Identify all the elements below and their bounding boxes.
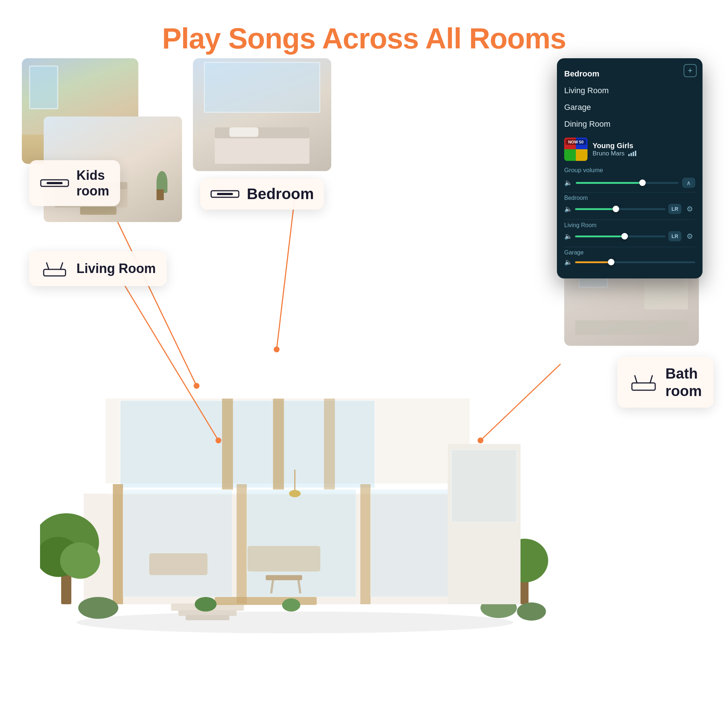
room-list-item-diningroom[interactable]: Dining Room bbox=[564, 116, 695, 133]
bathroom-label: Bathroom bbox=[665, 365, 702, 400]
bedroom-vol-icon: 🔈 bbox=[564, 205, 572, 213]
bedroom-vol-row: 🔈 LR ⚙ bbox=[564, 203, 695, 214]
living-room-label: Living Room bbox=[76, 261, 156, 276]
svg-rect-26 bbox=[360, 484, 370, 604]
garage-vol-row: 🔈 bbox=[564, 258, 695, 266]
room-list-item-livingroom[interactable]: Living Room bbox=[564, 82, 695, 99]
router-icon bbox=[40, 258, 69, 279]
garage-vol-track[interactable] bbox=[575, 262, 695, 263]
svg-rect-22 bbox=[273, 399, 284, 489]
svg-rect-10 bbox=[44, 269, 66, 276]
signal-bars bbox=[628, 151, 636, 156]
svg-point-50 bbox=[282, 598, 300, 612]
app-panel: + Bedroom Living Room Garage Dining Room bbox=[557, 58, 702, 278]
garage-vol-fill bbox=[575, 262, 611, 263]
divider-3 bbox=[564, 247, 695, 247]
divider-1 bbox=[564, 192, 695, 193]
svg-rect-52 bbox=[451, 450, 517, 522]
room-list-item-bedroom[interactable]: Bedroom bbox=[564, 66, 695, 82]
garage-volume-section: Garage 🔈 bbox=[564, 249, 695, 266]
svg-rect-18 bbox=[98, 388, 477, 399]
svg-rect-29 bbox=[247, 489, 356, 597]
divider-2 bbox=[564, 219, 695, 220]
bedroom-speaker-icon bbox=[210, 188, 240, 200]
group-volume-fill bbox=[576, 182, 642, 184]
garage-vol-label: Garage bbox=[564, 249, 695, 256]
svg-point-48 bbox=[517, 603, 546, 621]
svg-line-57 bbox=[650, 376, 652, 383]
svg-rect-33 bbox=[266, 575, 302, 580]
svg-rect-14 bbox=[217, 193, 233, 195]
svg-rect-24 bbox=[113, 484, 123, 604]
bedroom-vol-fill bbox=[575, 208, 616, 210]
house-illustration bbox=[40, 306, 550, 633]
svg-point-15 bbox=[76, 612, 513, 633]
bedroom-lr-badge[interactable]: LR bbox=[668, 204, 681, 214]
bedroom-gear-button[interactable]: ⚙ bbox=[684, 203, 695, 214]
garage-vol-thumb[interactable] bbox=[608, 259, 615, 265]
svg-rect-55 bbox=[632, 383, 655, 390]
album-art: NOW 50 bbox=[564, 138, 587, 161]
page-title: Play Songs Across All Rooms bbox=[0, 0, 728, 55]
now-playing-section: NOW 50 Young Girls Bruno Mars bbox=[564, 138, 695, 161]
bedroom-vol-track[interactable] bbox=[575, 208, 665, 210]
bathroom-router-icon bbox=[629, 371, 658, 393]
svg-rect-28 bbox=[123, 489, 232, 597]
garage-vol-icon: 🔈 bbox=[564, 258, 572, 266]
svg-point-43 bbox=[60, 542, 100, 579]
svg-line-11 bbox=[47, 263, 49, 269]
livingroom-vol-fill bbox=[575, 236, 625, 237]
svg-rect-21 bbox=[222, 399, 233, 489]
add-icon: + bbox=[688, 66, 693, 75]
svg-point-49 bbox=[195, 597, 217, 612]
svg-point-54 bbox=[289, 490, 301, 497]
livingroom-vol-thumb[interactable] bbox=[621, 233, 628, 240]
collapse-button[interactable]: ∧ bbox=[682, 177, 695, 188]
group-volume-section: Group volume 🔈 ∧ Bedroom 🔈 bbox=[564, 167, 695, 266]
svg-rect-25 bbox=[237, 484, 247, 604]
livingroom-vol-track[interactable] bbox=[575, 236, 665, 237]
add-room-button[interactable]: + bbox=[684, 64, 697, 77]
livingroom-gear-button[interactable]: ⚙ bbox=[684, 231, 695, 242]
living-room-card: Living Room bbox=[29, 251, 167, 286]
song-artist: Bruno Mars bbox=[593, 150, 636, 157]
song-info: Young Girls Bruno Mars bbox=[593, 142, 636, 157]
kids-room-card: Kidsroom bbox=[29, 160, 120, 206]
bedroom-card: Bedroom bbox=[200, 178, 324, 210]
svg-line-12 bbox=[60, 263, 63, 269]
room-list-item-garage[interactable]: Garage bbox=[564, 99, 695, 116]
bedroom-volume-section: Bedroom 🔈 LR ⚙ bbox=[564, 195, 695, 214]
group-volume-thumb[interactable] bbox=[639, 179, 646, 186]
livingroom-vol-label: Living Room bbox=[564, 222, 695, 229]
svg-rect-23 bbox=[324, 399, 335, 489]
kids-room-label: Kidsroom bbox=[76, 167, 109, 199]
song-title: Young Girls bbox=[593, 142, 636, 150]
bedroom-photo bbox=[193, 58, 331, 171]
livingroom-volume-section: Living Room 🔈 LR ⚙ bbox=[564, 222, 695, 242]
svg-rect-31 bbox=[149, 553, 208, 575]
svg-rect-39 bbox=[215, 597, 317, 605]
svg-rect-20 bbox=[120, 401, 375, 488]
svg-rect-9 bbox=[47, 182, 63, 184]
bedroom-label: Bedroom bbox=[247, 185, 314, 203]
bedroom-vol-thumb[interactable] bbox=[613, 206, 619, 212]
volume-icon: 🔈 bbox=[564, 179, 572, 187]
group-volume-row: 🔈 ∧ bbox=[564, 177, 695, 188]
bedroom-vol-label: Bedroom bbox=[564, 195, 695, 201]
speaker-icon bbox=[40, 177, 69, 189]
livingroom-vol-row: 🔈 LR ⚙ bbox=[564, 231, 695, 242]
livingroom-lr-badge[interactable]: LR bbox=[668, 231, 681, 241]
livingroom-vol-icon: 🔈 bbox=[564, 232, 572, 240]
room-list: Bedroom Living Room Garage Dining Room bbox=[564, 66, 695, 133]
group-volume-label: Group volume bbox=[564, 167, 695, 174]
svg-rect-30 bbox=[370, 489, 451, 597]
bathroom-card: Bathroom bbox=[617, 357, 713, 408]
svg-line-56 bbox=[635, 376, 637, 383]
svg-rect-32 bbox=[248, 546, 320, 572]
svg-rect-38 bbox=[186, 615, 229, 620]
group-volume-track[interactable] bbox=[576, 182, 679, 184]
svg-point-46 bbox=[78, 597, 118, 619]
